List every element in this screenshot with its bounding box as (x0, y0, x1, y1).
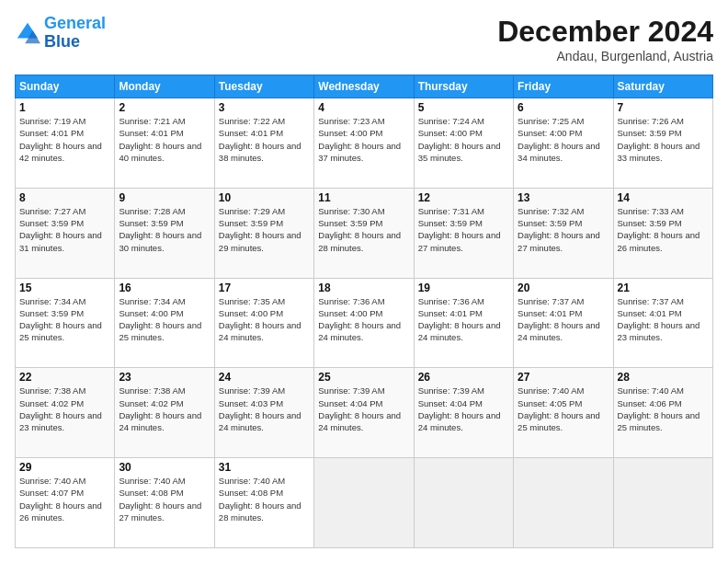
day-number: 20 (518, 282, 609, 294)
day-info: Sunrise: 7:30 AM Sunset: 3:59 PM Dayligh… (318, 205, 409, 254)
calendar-cell: 17 Sunrise: 7:35 AM Sunset: 4:00 PM Dayl… (214, 278, 313, 368)
day-info: Sunrise: 7:21 AM Sunset: 4:01 PM Dayligh… (119, 115, 210, 164)
day-number: 5 (418, 101, 509, 114)
calendar-cell: 5 Sunrise: 7:24 AM Sunset: 4:00 PM Dayli… (414, 98, 513, 189)
calendar-cell: 27 Sunrise: 7:40 AM Sunset: 4:05 PM Dayl… (514, 368, 613, 458)
day-number: 15 (19, 282, 110, 294)
day-info: Sunrise: 7:37 AM Sunset: 4:01 PM Dayligh… (618, 295, 709, 344)
day-number: 29 (19, 461, 110, 474)
calendar-cell: 6 Sunrise: 7:25 AM Sunset: 4:00 PM Dayli… (514, 98, 613, 189)
day-info: Sunrise: 7:40 AM Sunset: 4:08 PM Dayligh… (119, 475, 210, 523)
day-info: Sunrise: 7:22 AM Sunset: 4:01 PM Dayligh… (219, 115, 310, 164)
day-number: 31 (219, 461, 310, 474)
calendar-cell: 18 Sunrise: 7:36 AM Sunset: 4:00 PM Dayl… (314, 278, 414, 368)
calendar-cell: 15 Sunrise: 7:34 AM Sunset: 3:59 PM Dayl… (16, 278, 115, 368)
day-header-wednesday: Wednesday (314, 75, 414, 98)
day-header-saturday: Saturday (613, 75, 712, 98)
day-info: Sunrise: 7:36 AM Sunset: 4:01 PM Dayligh… (418, 295, 509, 344)
calendar-cell: 9 Sunrise: 7:28 AM Sunset: 3:59 PM Dayli… (115, 188, 214, 278)
day-number: 1 (19, 101, 110, 114)
day-number: 21 (618, 282, 709, 294)
day-info: Sunrise: 7:32 AM Sunset: 3:59 PM Dayligh… (518, 205, 609, 254)
day-number: 16 (119, 282, 210, 294)
calendar-cell: 21 Sunrise: 7:37 AM Sunset: 4:01 PM Dayl… (613, 278, 712, 368)
calendar-cell: 10 Sunrise: 7:29 AM Sunset: 3:59 PM Dayl… (214, 188, 313, 278)
calendar-cell: 19 Sunrise: 7:36 AM Sunset: 4:01 PM Dayl… (414, 278, 513, 368)
header: General Blue December 2024 Andau, Burgen… (15, 15, 713, 63)
calendar-cell: 1 Sunrise: 7:19 AM Sunset: 4:01 PM Dayli… (16, 98, 115, 189)
day-info: Sunrise: 7:28 AM Sunset: 3:59 PM Dayligh… (119, 205, 210, 254)
calendar-cell: 23 Sunrise: 7:38 AM Sunset: 4:02 PM Dayl… (115, 368, 214, 458)
day-info: Sunrise: 7:40 AM Sunset: 4:05 PM Dayligh… (518, 385, 609, 433)
calendar-table: SundayMondayTuesdayWednesdayThursdayFrid… (15, 75, 713, 548)
calendar-week-4: 22 Sunrise: 7:38 AM Sunset: 4:02 PM Dayl… (16, 368, 713, 458)
calendar-cell: 28 Sunrise: 7:40 AM Sunset: 4:06 PM Dayl… (613, 368, 712, 458)
day-number: 11 (318, 191, 409, 204)
calendar-cell: 31 Sunrise: 7:40 AM Sunset: 4:08 PM Dayl… (214, 458, 313, 548)
day-header-monday: Monday (115, 75, 214, 98)
calendar-cell (314, 458, 414, 548)
day-number: 26 (418, 371, 509, 384)
day-info: Sunrise: 7:39 AM Sunset: 4:03 PM Dayligh… (219, 385, 310, 433)
day-number: 7 (618, 101, 709, 114)
day-info: Sunrise: 7:33 AM Sunset: 3:59 PM Dayligh… (618, 205, 709, 254)
day-number: 24 (219, 371, 310, 384)
day-header-sunday: Sunday (16, 75, 115, 98)
calendar-cell: 30 Sunrise: 7:40 AM Sunset: 4:08 PM Dayl… (115, 458, 214, 548)
day-info: Sunrise: 7:26 AM Sunset: 3:59 PM Dayligh… (618, 115, 709, 164)
calendar-week-5: 29 Sunrise: 7:40 AM Sunset: 4:07 PM Dayl… (16, 458, 713, 548)
day-info: Sunrise: 7:23 AM Sunset: 4:00 PM Dayligh… (318, 115, 409, 164)
day-info: Sunrise: 7:24 AM Sunset: 4:00 PM Dayligh… (418, 115, 509, 164)
day-info: Sunrise: 7:40 AM Sunset: 4:08 PM Dayligh… (219, 475, 310, 523)
day-number: 10 (219, 191, 310, 204)
day-info: Sunrise: 7:34 AM Sunset: 3:59 PM Dayligh… (19, 295, 110, 344)
day-header-thursday: Thursday (414, 75, 513, 98)
calendar-cell: 26 Sunrise: 7:39 AM Sunset: 4:04 PM Dayl… (414, 368, 513, 458)
calendar-cell: 8 Sunrise: 7:27 AM Sunset: 3:59 PM Dayli… (16, 188, 115, 278)
day-number: 9 (119, 191, 210, 204)
calendar-cell: 4 Sunrise: 7:23 AM Sunset: 4:00 PM Dayli… (314, 98, 414, 189)
calendar-cell: 29 Sunrise: 7:40 AM Sunset: 4:07 PM Dayl… (16, 458, 115, 548)
calendar-cell (414, 458, 513, 548)
day-info: Sunrise: 7:36 AM Sunset: 4:00 PM Dayligh… (318, 295, 409, 344)
day-number: 3 (219, 101, 310, 114)
day-number: 8 (19, 191, 110, 204)
calendar-cell (613, 458, 712, 548)
logo-icon (15, 20, 40, 46)
logo-text: General Blue (44, 15, 106, 52)
page: General Blue December 2024 Andau, Burgen… (0, 0, 728, 563)
calendar-cell: 22 Sunrise: 7:38 AM Sunset: 4:02 PM Dayl… (16, 368, 115, 458)
day-number: 18 (318, 282, 409, 294)
logo: General Blue (15, 15, 106, 52)
calendar-cell: 24 Sunrise: 7:39 AM Sunset: 4:03 PM Dayl… (214, 368, 313, 458)
day-info: Sunrise: 7:39 AM Sunset: 4:04 PM Dayligh… (318, 385, 409, 433)
calendar-cell: 11 Sunrise: 7:30 AM Sunset: 3:59 PM Dayl… (314, 188, 414, 278)
day-info: Sunrise: 7:37 AM Sunset: 4:01 PM Dayligh… (518, 295, 609, 344)
calendar-week-3: 15 Sunrise: 7:34 AM Sunset: 3:59 PM Dayl… (16, 278, 713, 368)
location: Andau, Burgenland, Austria (497, 49, 713, 63)
day-info: Sunrise: 7:35 AM Sunset: 4:00 PM Dayligh… (219, 295, 310, 344)
day-number: 17 (219, 282, 310, 294)
calendar-cell: 20 Sunrise: 7:37 AM Sunset: 4:01 PM Dayl… (514, 278, 613, 368)
calendar-cell: 7 Sunrise: 7:26 AM Sunset: 3:59 PM Dayli… (613, 98, 712, 189)
day-number: 14 (618, 191, 709, 204)
calendar-cell: 13 Sunrise: 7:32 AM Sunset: 3:59 PM Dayl… (514, 188, 613, 278)
day-header-friday: Friday (514, 75, 613, 98)
day-info: Sunrise: 7:39 AM Sunset: 4:04 PM Dayligh… (418, 385, 509, 433)
calendar-cell (514, 458, 613, 548)
day-number: 23 (119, 371, 210, 384)
day-number: 28 (618, 371, 709, 384)
day-number: 22 (19, 371, 110, 384)
day-info: Sunrise: 7:29 AM Sunset: 3:59 PM Dayligh… (219, 205, 310, 254)
calendar-cell: 14 Sunrise: 7:33 AM Sunset: 3:59 PM Dayl… (613, 188, 712, 278)
day-number: 25 (318, 371, 409, 384)
calendar-cell: 25 Sunrise: 7:39 AM Sunset: 4:04 PM Dayl… (314, 368, 414, 458)
day-info: Sunrise: 7:38 AM Sunset: 4:02 PM Dayligh… (19, 385, 110, 433)
day-number: 6 (518, 101, 609, 114)
day-number: 12 (418, 191, 509, 204)
calendar-cell: 12 Sunrise: 7:31 AM Sunset: 3:59 PM Dayl… (414, 188, 513, 278)
title-area: December 2024 Andau, Burgenland, Austria (497, 15, 713, 63)
day-number: 4 (318, 101, 409, 114)
day-number: 19 (418, 282, 509, 294)
calendar-cell: 16 Sunrise: 7:34 AM Sunset: 4:00 PM Dayl… (115, 278, 214, 368)
